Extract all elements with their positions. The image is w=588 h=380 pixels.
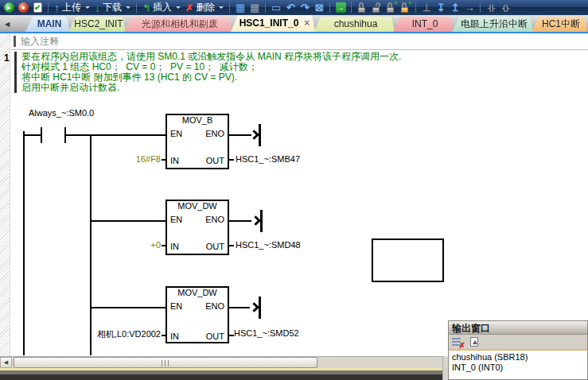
- previous-box-button[interactable]: ↶: [284, 2, 297, 14]
- out-operand[interactable]: HSC1_~:SMD48: [236, 240, 301, 250]
- lines-icon: [452, 338, 461, 339]
- clear-output-button[interactable]: ✗: [452, 337, 464, 347]
- delete-box-button[interactable]: ⊠: [313, 2, 325, 14]
- branch-icon: ⊥: [423, 2, 430, 14]
- tab-hc1-interrupt[interactable]: HC1中断: [532, 17, 587, 32]
- run-button[interactable]: ▶: [2, 2, 15, 14]
- toolbar-separator: [329, 2, 330, 13]
- pin-eno: ENO: [205, 215, 224, 224]
- output-line[interactable]: chushihua (SBR18): [452, 352, 584, 363]
- goto-arrow-icon: →: [336, 2, 346, 13]
- tab-hsc1-init-0[interactable]: HSC1_INIT_0 ×: [231, 15, 315, 32]
- download-button[interactable]: ↓ 下载: [93, 1, 132, 14]
- block-title: MOV_DW: [167, 288, 228, 297]
- mov-b-block[interactable]: MOV_B EN ENO IN OUT: [165, 114, 229, 169]
- output-line[interactable]: INT_0 (INT0): [452, 363, 584, 373]
- compile-button[interactable]: ✔: [31, 2, 44, 14]
- delete-icon: ✗: [185, 2, 193, 14]
- wire: [24, 134, 41, 136]
- goto-button[interactable]: →: [334, 2, 347, 14]
- delete-label: 删除: [196, 1, 215, 14]
- arrow-right-icon: →: [465, 2, 475, 14]
- dropdown-arrow-icon: [85, 6, 90, 9]
- wire: [229, 134, 251, 136]
- editor-left-margin: [0, 33, 10, 356]
- lock-open-icon: [372, 2, 381, 14]
- ladder-editor[interactable]: 输入注释 1 要在程序内启用该组态，请使用 SM0.1 或沿触发指令从 MAIN…: [0, 33, 588, 356]
- rung-continuation-arrow-icon: [250, 297, 263, 319]
- output-window: 输出窗口 ✗ chushihua (SBR18) INT_0 (INT0): [448, 320, 588, 380]
- mov-dw-block-2[interactable]: MOV_DW EN ENO IN OUT: [165, 286, 229, 343]
- pin-eno: ENO: [205, 129, 224, 138]
- insert-coil-button[interactable]: -( )-: [499, 2, 512, 14]
- network-view-2-button[interactable]: ▦: [248, 2, 261, 14]
- pin-in: IN: [170, 242, 179, 251]
- pin-tick: [229, 245, 234, 246]
- tab-dianyan-interrupt[interactable]: 电眼上升沿中断: [452, 17, 533, 32]
- in-operand[interactable]: 16#F8: [113, 154, 161, 164]
- out-operand[interactable]: HSC1_~:SMD52: [234, 328, 299, 338]
- network-view-button[interactable]: ▦: [234, 2, 247, 14]
- horizontal-scrollbar[interactable]: ◀: [0, 356, 448, 368]
- dropdown-arrow-icon: [126, 6, 130, 9]
- panel-divider[interactable]: [442, 356, 448, 380]
- main-toolbar: ▶ ■ ✔ ↑ 上传 ↓ 下载 ↰ 插入 ✗ 删除 ▦ ▦ ▭ ↶ ↷ ⊠ → …: [0, 0, 588, 15]
- scroll-left-button[interactable]: ◀: [0, 357, 12, 368]
- contact-bar-left[interactable]: [41, 127, 42, 143]
- toolbar-separator: [351, 2, 352, 13]
- insert-button[interactable]: ↰ 插入: [141, 1, 182, 14]
- tab-guangyuan[interactable]: 光源和相机和剔废: [124, 17, 232, 32]
- bottom-dark-strip: [0, 374, 448, 380]
- unlock-button[interactable]: [370, 2, 383, 14]
- upload-label: 上传: [62, 1, 81, 14]
- scrollbar-thumb[interactable]: [14, 357, 317, 368]
- line-up-button[interactable]: ↥: [449, 2, 461, 14]
- tab-label: chushihua: [334, 18, 378, 29]
- lock-button[interactable]: [356, 2, 368, 14]
- pin-tick: [162, 245, 165, 246]
- stop-button[interactable]: ■: [17, 2, 29, 14]
- tab-main[interactable]: MAIN: [25, 17, 70, 32]
- arrow-up-bar-icon: ↥: [451, 2, 460, 14]
- pin-out: OUT: [206, 332, 224, 341]
- out-operand[interactable]: HSC1_~:SMB47: [236, 154, 300, 164]
- tab-label: HSC2_INIT: [74, 18, 123, 29]
- wire: [229, 307, 250, 308]
- insert-contact-button[interactable]: -| |-: [485, 2, 497, 14]
- line-right-button[interactable]: →: [463, 2, 476, 14]
- next-box-button[interactable]: ↷: [298, 2, 311, 14]
- tab-int-0[interactable]: INT_0: [393, 17, 454, 32]
- lock-password-button[interactable]: +: [399, 2, 411, 14]
- branch-button[interactable]: ⊥: [420, 2, 433, 14]
- line-down-button[interactable]: ↧: [434, 2, 447, 14]
- tab-chushihua[interactable]: chushihua: [313, 17, 395, 32]
- editor-tab-bar: ◀ MAIN HSC2_INIT 光源和相机和剔废 HSC1_INIT_0 × …: [0, 15, 588, 32]
- toolbar-separator: [415, 2, 416, 13]
- empty-box-button[interactable]: ▭: [270, 2, 282, 14]
- tab-scroll-left-button[interactable]: ◀: [2, 18, 13, 30]
- mov-dw-block-1[interactable]: MOV_DW EN ENO IN OUT: [165, 200, 229, 255]
- block-title: MOV_DW: [167, 201, 228, 211]
- tab-label: 电眼上升沿中断: [461, 17, 528, 31]
- wire: [66, 134, 165, 136]
- toolbar-separator: [48, 2, 49, 13]
- pin-en: EN: [170, 301, 182, 311]
- pin-tick: [229, 159, 234, 161]
- lock-add-button[interactable]: +: [384, 2, 397, 14]
- delete-button[interactable]: ✗ 删除: [184, 1, 225, 14]
- tab-close-icon[interactable]: ×: [304, 19, 310, 27]
- upload-button[interactable]: ↑ 上传: [53, 1, 92, 14]
- tab-hsc2-init[interactable]: HSC2_INIT: [68, 17, 126, 32]
- dropdown-arrow-icon: [176, 6, 181, 9]
- network-grid-icon: ▦: [236, 2, 245, 14]
- play-icon: ▶: [4, 2, 14, 13]
- wire: [229, 220, 251, 222]
- in-operand[interactable]: +0: [113, 240, 161, 250]
- network-comment[interactable]: 要在程序内启用该组态，请使用 SM0.1 或沿触发指令从 MAIN 程序块将该子…: [14, 52, 401, 93]
- export-output-button[interactable]: [470, 337, 478, 347]
- wire: [92, 220, 165, 222]
- in-operand[interactable]: 相机,L0:VD2002: [77, 328, 161, 340]
- contact-operand[interactable]: Always_~:SM0.0: [29, 108, 94, 118]
- power-rail: [23, 131, 25, 355]
- toolbar-separator: [265, 2, 266, 13]
